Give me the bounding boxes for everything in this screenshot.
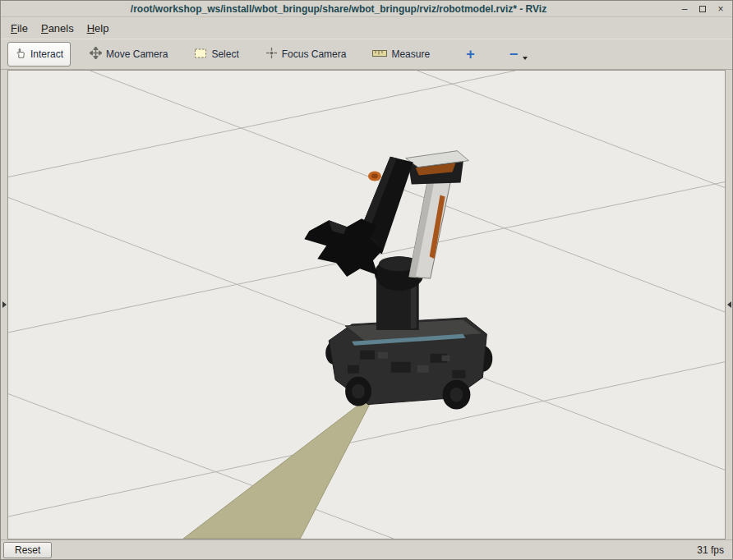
select-tool-button[interactable]: Select [187,43,246,67]
move-arrows-icon [90,47,102,62]
interact-tool-button[interactable]: Interact [7,42,71,67]
minus-icon: − [509,48,519,60]
plus-icon: + [466,48,475,60]
render-canvas [8,71,725,539]
title-bar: /root/workshop_ws/install/wbot_bringup/s… [1,1,732,17]
tool-bar: Interact Move Camera Select Focus Camera… [1,39,732,70]
views-panel-expand-strip[interactable] [726,70,732,539]
fps-counter: 31 fps [697,544,724,556]
displays-panel-expand-strip[interactable] [1,70,7,539]
reset-button[interactable]: Reset [3,542,52,558]
focus-camera-tool-button[interactable]: Focus Camera [258,42,354,67]
window-controls: – × [676,2,732,16]
maximize-button[interactable] [694,2,711,16]
dropdown-arrow-icon [523,57,528,60]
select-tool-label: Select [211,48,238,60]
move-camera-tool-button[interactable]: Move Camera [82,42,175,67]
ruler-icon [372,48,387,61]
close-icon: × [717,3,723,15]
measure-tool-button[interactable]: Measure [365,44,437,66]
status-bar: Reset 31 fps [1,539,732,559]
expand-right-arrow-icon [2,301,7,308]
rviz-window: /root/workshop_ws/install/wbot_bringup/s… [0,0,733,560]
interact-tool-label: Interact [30,48,63,60]
robot-model [304,151,492,410]
menu-help[interactable]: Help [81,19,116,38]
window-title: /root/workshop_ws/install/wbot_bringup/s… [1,3,676,15]
remove-tool-button[interactable]: − [502,44,536,65]
menu-file[interactable]: File [4,19,35,38]
expand-left-arrow-icon [727,301,731,308]
minimize-icon: – [682,3,688,15]
menu-file-label: File [11,22,28,34]
viewport-row [1,70,732,539]
ground-grid [8,71,725,539]
minimize-button[interactable]: – [676,2,693,16]
close-button[interactable]: × [712,2,729,16]
focus-crosshair-icon [265,47,278,62]
measure-tool-label: Measure [391,48,430,60]
move-camera-tool-label: Move Camera [106,48,168,60]
hand-cursor-icon [15,47,26,62]
menu-panels-label: Panels [41,22,74,34]
menu-bar: File Panels Help [1,17,732,39]
focus-camera-tool-label: Focus Camera [282,48,347,60]
laser-scan-cone [183,392,376,539]
add-tool-button[interactable]: + [459,44,482,65]
maximize-icon [699,6,706,12]
menu-help-label: Help [87,22,109,34]
selection-box-icon [194,48,207,62]
menu-panels[interactable]: Panels [35,19,81,38]
3d-viewport[interactable] [7,70,726,539]
